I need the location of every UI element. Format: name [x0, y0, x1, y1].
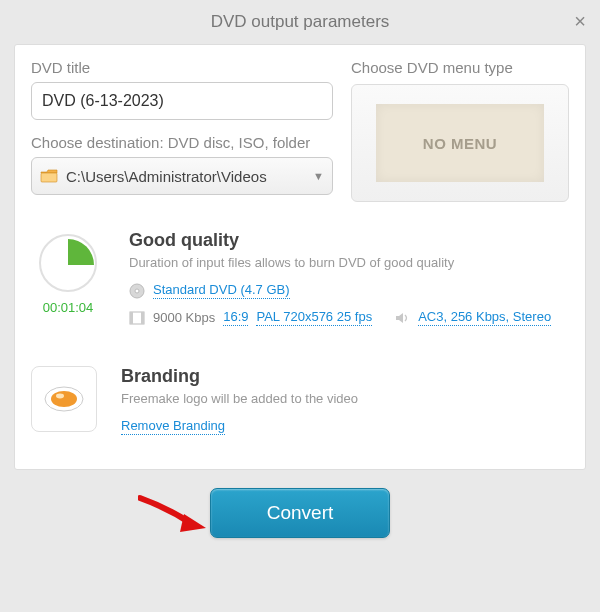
- annotation-arrow: [138, 494, 210, 536]
- quality-title: Good quality: [129, 230, 569, 251]
- menu-preview[interactable]: NO MENU: [351, 84, 569, 202]
- main-pane: DVD title Choose destination: DVD disc, …: [14, 44, 586, 470]
- branding-icon: [43, 385, 85, 413]
- duration-clock-icon: [39, 234, 97, 292]
- quality-description: Duration of input files allows to burn D…: [129, 255, 569, 270]
- svg-rect-4: [130, 312, 133, 324]
- speaker-icon: [394, 310, 410, 326]
- chevron-down-icon: ▼: [313, 170, 324, 182]
- video-format-link[interactable]: PAL 720x576 25 fps: [256, 309, 372, 326]
- svg-rect-5: [141, 312, 144, 324]
- branding-icon-box: [31, 366, 97, 432]
- bitrate-text: 9000 Kbps: [153, 310, 215, 325]
- aspect-link[interactable]: 16:9: [223, 309, 248, 326]
- quality-section: 00:01:04 Good quality Duration of input …: [31, 230, 569, 336]
- convert-button[interactable]: Convert: [210, 488, 390, 538]
- svg-point-7: [51, 391, 77, 407]
- svg-rect-0: [41, 173, 57, 182]
- audio-format-link[interactable]: AC3, 256 Kbps, Stereo: [418, 309, 551, 326]
- duration-text: 00:01:04: [31, 300, 105, 315]
- destination-label: Choose destination: DVD disc, ISO, folde…: [31, 134, 333, 151]
- dvd-title-input[interactable]: [31, 82, 333, 120]
- branding-title: Branding: [121, 366, 569, 387]
- svg-point-8: [56, 394, 64, 399]
- branding-section: Branding Freemake logo will be added to …: [31, 366, 569, 445]
- branding-description: Freemake logo will be added to the video: [121, 391, 569, 406]
- media-spec-link[interactable]: Standard DVD (4.7 GB): [153, 282, 290, 299]
- dialog-title-bar: DVD output parameters ×: [0, 0, 600, 44]
- dvd-title-label: DVD title: [31, 59, 333, 76]
- destination-dropdown[interactable]: C:\Users\Administrator\Videos ▼: [31, 157, 333, 195]
- film-icon: [129, 310, 145, 326]
- menu-type-label: Choose DVD menu type: [351, 59, 569, 76]
- remove-branding-link[interactable]: Remove Branding: [121, 418, 225, 435]
- svg-point-2: [135, 289, 139, 293]
- folder-icon: [40, 169, 58, 183]
- menu-preview-text: NO MENU: [376, 104, 544, 183]
- dialog-title: DVD output parameters: [211, 12, 390, 32]
- close-icon[interactable]: ×: [574, 10, 586, 33]
- disc-icon: [129, 283, 145, 299]
- destination-value: C:\Users\Administrator\Videos: [66, 168, 305, 185]
